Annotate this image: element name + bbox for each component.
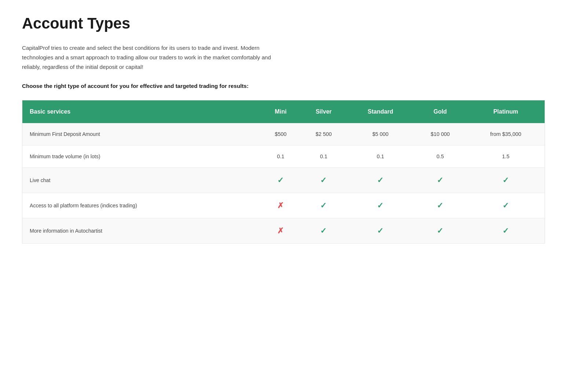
table-header-row: Basic services Mini Silver Standard Gold… <box>22 100 545 123</box>
cell-1-standard: 0.1 <box>347 145 413 167</box>
cell-1-gold: 0.5 <box>413 145 467 167</box>
cell-1-silver: 0.1 <box>300 145 347 167</box>
cell-0-feature: Minimum First Deposit Amount <box>22 123 261 145</box>
cell-2-feature: Live chat <box>22 167 261 193</box>
header-basic-services: Basic services <box>22 100 261 123</box>
cell-1-platinum: 1.5 <box>467 145 545 167</box>
cross-icon: ✗ <box>277 201 284 210</box>
check-icon: ✓ <box>377 201 384 210</box>
header-gold: Gold <box>413 100 467 123</box>
cell-0-silver: $2 500 <box>300 123 347 145</box>
check-icon: ✓ <box>377 176 384 184</box>
cell-2-standard: ✓ <box>347 167 413 193</box>
check-icon: ✓ <box>377 226 384 235</box>
check-icon: ✓ <box>437 201 443 210</box>
cell-4-feature: More information in Autochartist <box>22 218 261 243</box>
cell-3-standard: ✓ <box>347 193 413 218</box>
cell-2-platinum: ✓ <box>467 167 545 193</box>
table-row: Access to all platform features (indices… <box>22 193 545 218</box>
check-icon: ✓ <box>320 176 327 184</box>
cell-2-mini: ✓ <box>261 167 300 193</box>
cell-3-silver: ✓ <box>300 193 347 218</box>
cell-4-standard: ✓ <box>347 218 413 243</box>
check-icon: ✓ <box>437 176 443 184</box>
page-title: Account Types <box>22 15 545 32</box>
header-silver: Silver <box>300 100 347 123</box>
cell-2-gold: ✓ <box>413 167 467 193</box>
check-icon: ✓ <box>502 201 509 210</box>
intro-text: CapitalProf tries to create and select t… <box>22 43 286 72</box>
subtitle-text: Choose the right type of account for you… <box>22 83 545 89</box>
cell-0-standard: $5 000 <box>347 123 413 145</box>
check-icon: ✓ <box>277 176 284 184</box>
header-platinum: Platinum <box>467 100 545 123</box>
cross-icon: ✗ <box>277 226 284 235</box>
cell-4-gold: ✓ <box>413 218 467 243</box>
cell-3-mini: ✗ <box>261 193 300 218</box>
header-mini: Mini <box>261 100 300 123</box>
cell-3-gold: ✓ <box>413 193 467 218</box>
comparison-table: Basic services Mini Silver Standard Gold… <box>22 100 545 244</box>
check-icon: ✓ <box>320 201 327 210</box>
header-standard: Standard <box>347 100 413 123</box>
check-icon: ✓ <box>502 226 509 235</box>
cell-1-feature: Minimum trade volume (in lots) <box>22 145 261 167</box>
cell-1-mini: 0.1 <box>261 145 300 167</box>
table-row: Live chat✓✓✓✓✓ <box>22 167 545 193</box>
cell-2-silver: ✓ <box>300 167 347 193</box>
cell-0-platinum: from $35,000 <box>467 123 545 145</box>
table-row: Minimum trade volume (in lots)0.10.10.10… <box>22 145 545 167</box>
cell-4-mini: ✗ <box>261 218 300 243</box>
cell-3-platinum: ✓ <box>467 193 545 218</box>
cell-3-feature: Access to all platform features (indices… <box>22 193 261 218</box>
cell-4-platinum: ✓ <box>467 218 545 243</box>
cell-0-mini: $500 <box>261 123 300 145</box>
table-row: Minimum First Deposit Amount$500$2 500$5… <box>22 123 545 145</box>
check-icon: ✓ <box>320 226 327 235</box>
check-icon: ✓ <box>502 176 509 184</box>
table-row: More information in Autochartist✗✓✓✓✓ <box>22 218 545 243</box>
check-icon: ✓ <box>437 226 443 235</box>
cell-0-gold: $10 000 <box>413 123 467 145</box>
cell-4-silver: ✓ <box>300 218 347 243</box>
